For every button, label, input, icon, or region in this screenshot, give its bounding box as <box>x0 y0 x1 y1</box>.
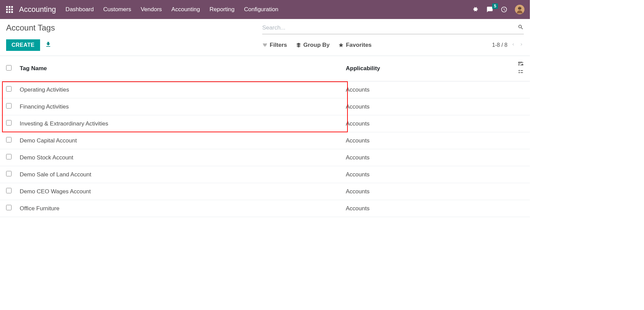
table-row[interactable]: Demo CEO Wages AccountAccounts <box>0 183 530 200</box>
row-checkbox[interactable] <box>6 120 12 125</box>
nav-configuration[interactable]: Configuration <box>244 6 278 13</box>
select-all-checkbox[interactable] <box>6 65 12 71</box>
account-tags-table: Tag Name Applicability Operating Activit… <box>0 56 530 217</box>
row-applicability: Accounts <box>342 98 513 115</box>
favorites-button[interactable]: Favorites <box>338 42 372 49</box>
row-tag-name: Investing & Extraordinary Activities <box>16 115 342 132</box>
row-tag-name: Demo CEO Wages Account <box>16 183 342 200</box>
row-checkbox[interactable] <box>6 171 12 176</box>
row-applicability: Accounts <box>342 132 513 149</box>
row-applicability: Accounts <box>342 115 513 132</box>
row-applicability: Accounts <box>342 183 513 200</box>
search-icon[interactable] <box>518 24 524 32</box>
row-checkbox[interactable] <box>6 205 12 210</box>
row-tag-name: Demo Sale of Land Account <box>16 166 342 183</box>
row-applicability: Accounts <box>342 149 513 166</box>
nav-reporting[interactable]: Reporting <box>210 6 235 13</box>
row-checkbox[interactable] <box>6 103 12 109</box>
table-row[interactable]: Operating ActivitiesAccounts <box>0 81 530 98</box>
row-applicability: Accounts <box>342 81 513 98</box>
app-title[interactable]: Accounting <box>19 5 56 14</box>
nav-vendors[interactable]: Vendors <box>141 6 162 13</box>
filter-icon <box>262 42 268 48</box>
control-panel: Account Tags CREATE Filters Group <box>0 19 530 56</box>
svg-rect-4 <box>9 9 11 11</box>
svg-point-12 <box>518 62 519 63</box>
page-title: Account Tags <box>6 23 55 33</box>
row-tag-name: Financing Activities <box>16 98 342 115</box>
messages-badge: 5 <box>492 3 498 9</box>
svg-rect-11 <box>518 8 521 9</box>
svg-rect-7 <box>9 11 11 13</box>
svg-rect-3 <box>6 9 8 11</box>
row-checkbox[interactable] <box>6 137 12 142</box>
table-row[interactable]: Demo Sale of Land AccountAccounts <box>0 166 530 183</box>
nav-customers[interactable]: Customers <box>103 6 131 13</box>
svg-point-16 <box>519 70 520 71</box>
nav-dashboard[interactable]: Dashboard <box>66 6 94 13</box>
topbar-right: 5 <box>472 5 524 14</box>
table-row[interactable]: Office FurnitureAccounts <box>0 200 530 217</box>
activity-icon[interactable] <box>501 6 507 13</box>
table-row[interactable]: Financing ActivitiesAccounts <box>0 98 530 115</box>
svg-rect-19 <box>520 72 523 73</box>
row-checkbox[interactable] <box>6 86 12 92</box>
row-tag-name: Operating Activities <box>16 81 342 98</box>
svg-rect-18 <box>520 70 523 71</box>
table-row[interactable]: Demo Stock AccountAccounts <box>0 149 530 166</box>
row-tag-name: Office Furniture <box>16 200 342 217</box>
pager-prev[interactable] <box>511 42 516 48</box>
row-applicability: Accounts <box>342 166 513 183</box>
create-button[interactable]: CREATE <box>6 39 40 51</box>
top-navbar: Accounting Dashboard Customers Vendors A… <box>0 0 530 19</box>
svg-rect-8 <box>11 11 13 13</box>
row-checkbox[interactable] <box>6 154 12 159</box>
pager-next[interactable] <box>519 42 524 48</box>
optional-fields-icon[interactable] <box>516 61 524 76</box>
nav-menu: Dashboard Customers Vendors Accounting R… <box>66 6 472 13</box>
groupby-label: Group By <box>303 42 329 49</box>
filters-label: Filters <box>270 42 287 49</box>
pager-text[interactable]: 1-8 / 8 <box>492 42 507 48</box>
layers-icon <box>296 42 301 48</box>
apps-menu-icon[interactable] <box>5 5 14 14</box>
svg-rect-1 <box>9 6 11 8</box>
export-button[interactable] <box>45 41 52 49</box>
svg-point-17 <box>519 72 520 73</box>
search-input[interactable] <box>262 23 518 33</box>
debug-icon[interactable] <box>472 6 479 13</box>
row-tag-name: Demo Stock Account <box>16 149 342 166</box>
pager: 1-8 / 8 <box>492 42 524 48</box>
row-tag-name: Demo Capital Account <box>16 132 342 149</box>
search-bar <box>262 23 524 34</box>
svg-rect-6 <box>6 11 8 13</box>
svg-rect-14 <box>520 62 523 63</box>
nav-accounting[interactable]: Accounting <box>172 6 200 13</box>
star-icon <box>338 42 344 48</box>
row-checkbox[interactable] <box>6 188 12 193</box>
row-applicability: Accounts <box>342 200 513 217</box>
groupby-button[interactable]: Group By <box>296 42 329 49</box>
messages-icon[interactable]: 5 <box>486 6 493 13</box>
col-header-name[interactable]: Tag Name <box>16 56 342 81</box>
table-row[interactable]: Demo Capital AccountAccounts <box>0 132 530 149</box>
col-header-applicability[interactable]: Applicability <box>342 56 513 81</box>
svg-point-13 <box>518 64 519 65</box>
svg-rect-15 <box>520 65 523 65</box>
table-container: Tag Name Applicability Operating Activit… <box>0 56 530 217</box>
user-avatar[interactable] <box>515 5 524 14</box>
svg-rect-2 <box>11 6 13 8</box>
svg-rect-5 <box>11 9 13 11</box>
svg-rect-0 <box>6 6 8 8</box>
table-row[interactable]: Investing & Extraordinary ActivitiesAcco… <box>0 115 530 132</box>
favorites-label: Favorites <box>346 42 372 49</box>
filters-button[interactable]: Filters <box>262 42 287 49</box>
